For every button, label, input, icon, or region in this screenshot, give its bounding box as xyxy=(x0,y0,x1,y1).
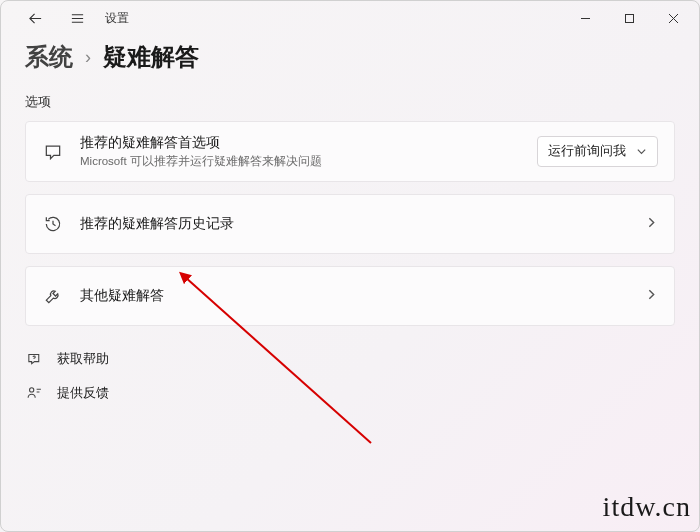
link-get-help[interactable]: 获取帮助 xyxy=(25,350,109,368)
card-title: 其他疑难解答 xyxy=(80,287,629,305)
dropdown-value: 运行前询问我 xyxy=(548,143,626,160)
help-icon xyxy=(26,351,43,368)
card-recommended-preferences[interactable]: 推荐的疑难解答首选项 Microsoft 可以推荐并运行疑难解答来解决问题 运行… xyxy=(25,121,675,182)
close-icon xyxy=(668,13,679,24)
svg-point-1 xyxy=(29,387,33,391)
app-title: 设置 xyxy=(105,10,129,27)
back-button[interactable] xyxy=(17,3,53,33)
link-label: 提供反馈 xyxy=(57,384,109,402)
feedback-icon xyxy=(26,385,43,402)
hamburger-icon xyxy=(70,11,85,26)
card-title: 推荐的疑难解答历史记录 xyxy=(80,215,629,233)
minimize-icon xyxy=(580,13,591,24)
link-give-feedback[interactable]: 提供反馈 xyxy=(25,384,109,402)
close-button[interactable] xyxy=(651,3,695,33)
card-history[interactable]: 推荐的疑难解答历史记录 xyxy=(25,194,675,254)
svg-rect-0 xyxy=(625,14,633,22)
watermark: itdw.cn xyxy=(603,491,691,523)
card-other-troubleshooters[interactable]: 其他疑难解答 xyxy=(25,266,675,326)
arrow-left-icon xyxy=(28,11,43,26)
breadcrumb-parent[interactable]: 系统 xyxy=(25,41,73,73)
chevron-right-icon: › xyxy=(85,47,91,68)
link-label: 获取帮助 xyxy=(57,350,109,368)
chevron-down-icon xyxy=(636,146,647,157)
history-icon xyxy=(43,214,63,234)
card-description: Microsoft 可以推荐并运行疑难解答来解决问题 xyxy=(80,154,521,169)
preference-dropdown[interactable]: 运行前询问我 xyxy=(537,136,658,167)
section-label: 选项 xyxy=(25,93,675,111)
chevron-right-icon xyxy=(645,288,658,301)
chat-icon xyxy=(43,142,63,162)
maximize-button[interactable] xyxy=(607,3,651,33)
card-title: 推荐的疑难解答首选项 xyxy=(80,134,521,152)
chevron-right-icon xyxy=(645,216,658,229)
wrench-icon xyxy=(43,286,63,306)
maximize-icon xyxy=(624,13,635,24)
menu-button[interactable] xyxy=(59,3,95,33)
minimize-button[interactable] xyxy=(563,3,607,33)
page-title: 疑难解答 xyxy=(103,41,199,73)
breadcrumb: 系统 › 疑难解答 xyxy=(25,41,675,73)
